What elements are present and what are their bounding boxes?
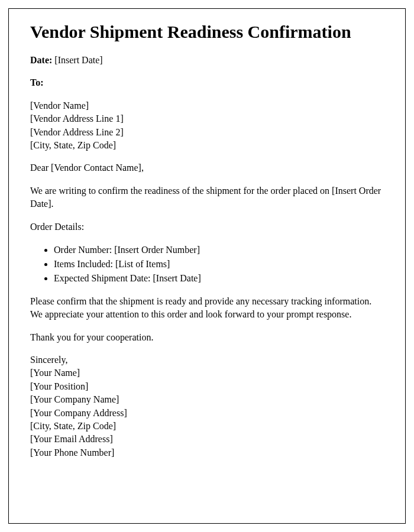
signature-line: [Your Email Address]: [30, 433, 384, 446]
signature-line: [Your Company Address]: [30, 407, 384, 420]
order-details-list: Order Number: [Insert Order Number] Item…: [54, 243, 384, 286]
salutation: Dear [Vendor Contact Name],: [30, 161, 384, 174]
recipient-line: [City, State, Zip Code]: [30, 139, 384, 152]
recipient-line: [Vendor Address Line 1]: [30, 112, 384, 125]
date-value: [Insert Date]: [54, 55, 102, 65]
order-detail-item: Order Number: [Insert Order Number]: [54, 243, 384, 257]
order-detail-item: Expected Shipment Date: [Insert Date]: [54, 271, 384, 286]
recipient-line: [Vendor Address Line 2]: [30, 126, 384, 139]
intro-paragraph: We are writing to confirm the readiness …: [30, 184, 384, 211]
recipient-address-block: [Vendor Name] [Vendor Address Line 1] [V…: [30, 99, 384, 153]
request-paragraph: Please confirm that the shipment is read…: [30, 295, 384, 322]
date-label: Date:: [30, 55, 52, 65]
document-title: Vendor Shipment Readiness Confirmation: [30, 22, 384, 42]
signature-line: [Your Company Name]: [30, 393, 384, 406]
signature-line: [City, State, Zip Code]: [30, 420, 384, 433]
signature-line: [Your Phone Number]: [30, 446, 384, 459]
signature-block: Sincerely, [Your Name] [Your Position] […: [30, 353, 384, 459]
signoff: Sincerely,: [30, 353, 384, 366]
document-container: Vendor Shipment Readiness Confirmation D…: [8, 8, 406, 524]
order-details-label: Order Details:: [30, 220, 384, 233]
recipient-line: [Vendor Name]: [30, 99, 384, 112]
signature-line: [Your Position]: [30, 380, 384, 393]
date-line: Date: [Insert Date]: [30, 54, 384, 67]
signature-line: [Your Name]: [30, 366, 384, 379]
to-label-line: To:: [30, 76, 384, 89]
order-detail-item: Items Included: [List of Items]: [54, 257, 384, 271]
thanks-paragraph: Thank you for your cooperation.: [30, 331, 384, 344]
to-label: To:: [30, 77, 44, 87]
